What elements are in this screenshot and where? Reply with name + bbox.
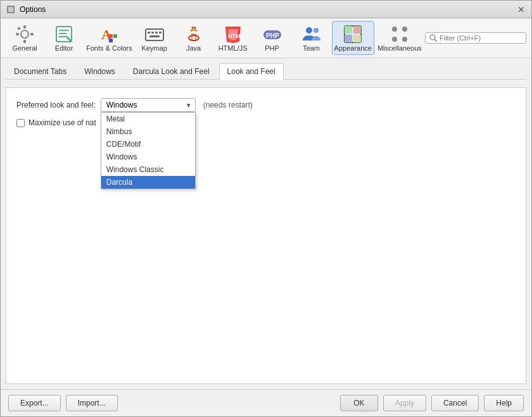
export-button[interactable]: Export... [8, 395, 61, 411]
svg-rect-11 [59, 36, 68, 37]
tabs: Document Tabs Windows Darcula Look and F… [6, 63, 526, 80]
svg-rect-16 [109, 39, 113, 42]
toolbar-item-appearance[interactable]: Appearance [332, 21, 374, 55]
svg-line-42 [434, 39, 437, 42]
hint-text: (needs restart) [203, 101, 253, 109]
svg-rect-36 [353, 35, 361, 42]
svg-marker-12 [66, 37, 72, 42]
preferred-look-feel-label: Preferred look and feel: [16, 101, 96, 109]
svg-rect-1 [8, 7, 13, 12]
window-title: Options [20, 5, 46, 14]
toolbar-item-general[interactable]: General [6, 21, 44, 55]
dropdown-item-windows-classic[interactable]: Windows Classic [101, 163, 195, 176]
tab-windows[interactable]: Windows [76, 63, 124, 79]
svg-rect-14 [109, 34, 113, 38]
team-label: Team [303, 44, 320, 52]
svg-rect-10 [59, 33, 66, 34]
svg-rect-7 [17, 27, 21, 30]
svg-point-37 [392, 27, 397, 32]
svg-point-23 [189, 35, 199, 40]
keymap-icon [144, 24, 165, 44]
look-feel-select[interactable]: Windows [101, 98, 196, 112]
svg-rect-5 [16, 33, 19, 35]
toolbar-item-editor[interactable]: Editor [45, 21, 83, 55]
keymap-label: Keymap [141, 44, 167, 52]
svg-text:HTML: HTML [228, 33, 243, 39]
toolbar-item-html-js[interactable]: HTML HTML/JS [214, 21, 252, 55]
toolbar-item-php[interactable]: PHP PHP [253, 21, 291, 55]
window-icon [6, 4, 16, 15]
php-icon: PHP [262, 24, 282, 44]
svg-rect-34 [353, 26, 361, 34]
toolbar: General Editor A [1, 18, 531, 58]
editor-label: Editor [55, 44, 73, 52]
appearance-icon [343, 24, 363, 44]
svg-rect-22 [149, 35, 160, 37]
svg-rect-3 [23, 25, 26, 28]
svg-rect-9 [59, 30, 69, 31]
cancel-button[interactable]: Cancel [431, 395, 479, 411]
php-label: PHP [265, 44, 279, 52]
options-window: Options ✕ General [0, 0, 532, 417]
svg-point-40 [402, 37, 407, 42]
close-button[interactable]: ✕ [516, 4, 526, 15]
svg-rect-17 [146, 29, 163, 40]
apply-button[interactable]: Apply [383, 395, 426, 411]
title-bar: Options ✕ [1, 1, 531, 18]
java-icon [184, 24, 204, 44]
bottom-right-buttons: OK Apply Cancel Help [340, 395, 524, 411]
svg-rect-21 [159, 32, 162, 34]
bottom-left-buttons: Export... Import... [8, 395, 118, 411]
general-label: General [12, 44, 37, 52]
preferred-look-feel-row: Preferred look and feel: Windows ▼ Metal… [16, 98, 516, 112]
miscellaneous-icon [390, 24, 410, 44]
svg-point-39 [392, 37, 397, 42]
tab-document-tabs[interactable]: Document Tabs [6, 63, 75, 79]
general-icon [15, 24, 35, 44]
dropdown-item-cde-motif[interactable]: CDE/Motif [101, 138, 195, 151]
fonts-colors-icon: A [99, 24, 119, 44]
tab-darcula-look-and-feel[interactable]: Darcula Look and Feel [125, 63, 218, 79]
help-button[interactable]: Help [484, 395, 524, 411]
search-area [425, 32, 526, 44]
toolbar-item-keymap[interactable]: Keymap [136, 21, 174, 55]
appearance-label: Appearance [334, 44, 372, 52]
toolbar-item-fonts-colors[interactable]: A Fonts & Colors [84, 21, 134, 55]
html-js-icon: HTML [223, 24, 243, 44]
svg-rect-4 [23, 40, 26, 43]
editor-icon [54, 24, 74, 44]
dropdown-item-nimbus[interactable]: Nimbus [101, 125, 195, 138]
svg-text:PHP: PHP [266, 32, 279, 39]
dropdown-item-windows[interactable]: Windows [101, 151, 195, 163]
search-icon [429, 34, 437, 42]
miscellaneous-label: Miscellaneous [377, 44, 422, 52]
fonts-colors-label: Fonts & Colors [86, 44, 132, 52]
svg-rect-19 [151, 32, 154, 34]
svg-rect-35 [345, 35, 352, 42]
svg-point-38 [402, 27, 407, 32]
team-icon [301, 24, 322, 44]
tab-look-and-feel[interactable]: Look and Feel [219, 63, 284, 80]
dropdown-item-metal[interactable]: Metal [101, 113, 195, 125]
look-feel-select-wrapper: Windows ▼ Metal Nimbus CDE/Motif Windows… [101, 98, 196, 112]
import-button[interactable]: Import... [66, 395, 118, 411]
ok-button[interactable]: OK [340, 395, 378, 411]
html-js-label: HTML/JS [218, 44, 248, 52]
java-label: Java [186, 44, 201, 52]
maximize-checkbox-row: Maximize use of nat [16, 118, 516, 127]
toolbar-item-miscellaneous[interactable]: Miscellaneous [376, 21, 424, 55]
content-area: Document Tabs Windows Darcula Look and F… [1, 58, 531, 389]
toolbar-item-java[interactable]: Java [175, 21, 213, 55]
svg-point-31 [314, 28, 319, 33]
dropdown-item-darcula[interactable]: Darcula [101, 176, 195, 189]
svg-rect-6 [30, 33, 34, 35]
svg-point-2 [21, 30, 28, 38]
search-input[interactable] [440, 34, 522, 42]
svg-point-30 [306, 27, 312, 34]
search-box [425, 32, 526, 44]
svg-rect-20 [155, 32, 158, 34]
bottom-bar: Export... Import... OK Apply Cancel Help [1, 389, 531, 416]
panel-look-and-feel: Preferred look and feel: Windows ▼ Metal… [6, 87, 526, 384]
toolbar-item-team[interactable]: Team [293, 21, 331, 55]
maximize-checkbox[interactable] [16, 119, 25, 127]
